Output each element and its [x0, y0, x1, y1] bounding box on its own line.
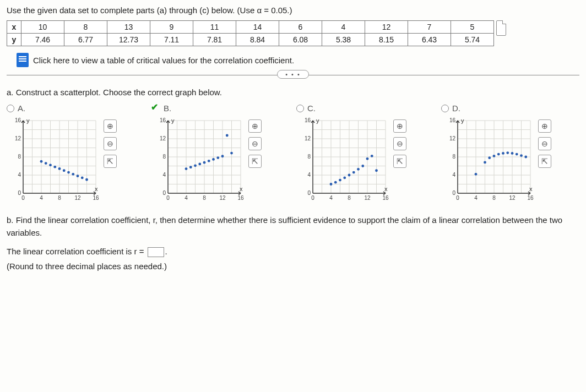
svg-text:8: 8	[348, 195, 351, 201]
link-text: Click here to view a table of critical v…	[33, 56, 294, 65]
svg-text:16: 16	[527, 195, 534, 201]
svg-point-86	[198, 163, 201, 166]
svg-text:8: 8	[203, 195, 206, 201]
radio-c[interactable]	[296, 105, 304, 112]
radio-a[interactable]	[7, 105, 14, 112]
svg-text:8: 8	[162, 154, 166, 160]
cell: 5.38	[322, 34, 365, 46]
zoom-out-icon[interactable]: ⊖	[538, 137, 551, 150]
svg-point-93	[230, 152, 233, 155]
zoom-out-icon[interactable]: ⊖	[393, 137, 406, 150]
cell: 14	[236, 21, 279, 34]
cell: 6.43	[408, 34, 451, 46]
svg-text:4: 4	[18, 172, 21, 178]
svg-point-42	[67, 171, 70, 174]
choice-label: A.	[18, 104, 25, 113]
zoom-out-icon[interactable]: ⊖	[248, 137, 262, 150]
svg-text:x: x	[95, 186, 98, 192]
svg-point-177	[475, 173, 478, 176]
svg-point-180	[493, 155, 496, 157]
svg-text:4: 4	[40, 195, 43, 201]
svg-text:y: y	[171, 117, 175, 124]
cell: 13	[107, 21, 150, 34]
svg-point-91	[221, 155, 224, 157]
svg-point-135	[352, 171, 355, 174]
svg-point-186	[520, 154, 523, 157]
svg-point-178	[484, 161, 486, 164]
cell: 5	[451, 21, 494, 34]
svg-text:8: 8	[18, 154, 21, 160]
scatterplot-d: 04812160481216yx	[441, 116, 535, 204]
svg-point-46	[85, 178, 88, 181]
choice-d: D. 04812160481216yx ⊕ ⊖ ⇱	[441, 104, 579, 204]
svg-text:4: 4	[474, 195, 478, 201]
cell: 8	[64, 21, 107, 34]
svg-point-136	[357, 168, 360, 171]
svg-text:y: y	[316, 117, 319, 124]
table-row: y 7.46 6.77 12.73 7.11 7.81 8.84 6.08 5.…	[7, 34, 494, 46]
svg-point-134	[348, 174, 351, 177]
svg-text:16: 16	[237, 195, 244, 201]
part-b-answer-line: The linear correlation coefficient is r …	[7, 246, 579, 258]
cell: 7.46	[21, 34, 64, 46]
svg-point-37	[45, 162, 47, 165]
critical-values-link[interactable]: Click here to view a table of critical v…	[17, 53, 579, 67]
zoom-in-icon[interactable]: ⊕	[104, 119, 117, 133]
svg-text:4: 4	[452, 172, 455, 178]
svg-point-184	[511, 152, 514, 155]
svg-point-182	[502, 152, 504, 155]
svg-text:y: y	[26, 117, 30, 124]
svg-point-83	[185, 167, 188, 170]
r-input[interactable]	[148, 247, 164, 257]
svg-point-38	[49, 164, 52, 166]
svg-point-39	[53, 166, 56, 168]
svg-text:x: x	[240, 186, 243, 192]
choice-label: C.	[307, 104, 316, 113]
svg-text:4: 4	[329, 195, 333, 201]
svg-point-140	[375, 169, 378, 172]
cell: 10	[21, 21, 64, 34]
cell: 7.11	[150, 34, 193, 46]
open-icon[interactable]: ⇱	[104, 155, 117, 168]
radio-d[interactable]	[441, 105, 449, 112]
scatterplot-b: 04812160481216yx	[151, 116, 245, 204]
choice-b: B. 04812160481216yx ⊕ ⊖ ⇱	[151, 104, 290, 204]
svg-point-36	[40, 160, 43, 163]
svg-text:12: 12	[15, 135, 21, 141]
zoom-in-icon[interactable]: ⊕	[248, 119, 262, 133]
part-b-round: (Round to three decimal places as needed…	[7, 260, 579, 273]
svg-text:0: 0	[166, 195, 170, 201]
svg-text:x: x	[384, 186, 388, 192]
svg-text:x: x	[529, 186, 533, 192]
zoom-in-icon[interactable]: ⊕	[393, 119, 406, 133]
svg-text:y: y	[461, 117, 464, 124]
open-icon[interactable]: ⇱	[393, 155, 406, 168]
svg-point-45	[81, 177, 84, 179]
svg-point-44	[77, 175, 79, 177]
expand-pill[interactable]: • • •	[277, 70, 309, 79]
svg-point-181	[497, 153, 500, 156]
cell: 11	[193, 21, 236, 34]
answer-prefix: The linear correlation coefficient is r …	[7, 247, 146, 256]
svg-text:12: 12	[305, 135, 311, 141]
svg-point-43	[72, 173, 74, 176]
copy-icon[interactable]	[496, 20, 506, 36]
zoom-out-icon[interactable]: ⊖	[104, 137, 117, 150]
choice-row: A. 04812160481216yx ⊕ ⊖ ⇱ B. 04812160481…	[7, 104, 579, 204]
data-table-wrap: x 10 8 13 9 11 14 6 4 12 7 5 y 7.46 6.77…	[7, 20, 579, 46]
open-icon[interactable]: ⇱	[538, 155, 551, 168]
svg-text:12: 12	[449, 135, 456, 141]
cell: 4	[322, 21, 365, 34]
svg-text:16: 16	[15, 117, 21, 123]
svg-point-131	[334, 181, 337, 184]
zoom-in-icon[interactable]: ⊕	[538, 119, 551, 133]
svg-text:16: 16	[305, 117, 311, 123]
svg-point-187	[524, 156, 527, 159]
svg-text:4: 4	[307, 172, 311, 178]
svg-text:8: 8	[452, 154, 455, 160]
open-icon[interactable]: ⇱	[248, 155, 262, 168]
problem-intro: Use the given data set to complete parts…	[7, 6, 579, 15]
checkmark-icon[interactable]	[151, 104, 160, 113]
svg-text:12: 12	[160, 135, 166, 141]
cell: 7	[408, 21, 451, 34]
